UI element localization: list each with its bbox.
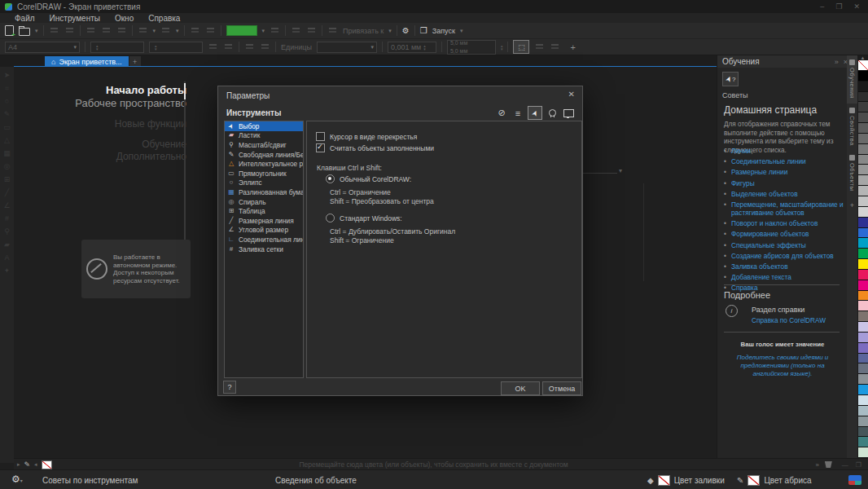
palette-swatch[interactable] [858,395,868,406]
docker-link[interactable]: Формирование объектов [724,230,844,238]
palette-swatch[interactable] [858,249,868,259]
palette-expand-icon[interactable]: » [815,461,818,469]
options-gear-icon[interactable]: ⚙ [402,27,410,35]
palette-swatch[interactable] [858,196,868,207]
tool-tips-label[interactable]: Советы по инструментам [42,476,138,485]
palette-swatch[interactable] [858,123,868,134]
docker-link[interactable]: Поворот и наклон объектов [724,219,844,227]
whats-this-button[interactable]: ➤? [722,72,739,86]
outline-color-indicator[interactable]: ✎ Цвет абриса [737,475,812,486]
palette-swatch[interactable] [858,112,868,123]
treat-filled-checkbox[interactable] [316,143,325,152]
treat-as-filled-toggle[interactable]: ⬚ [513,40,529,54]
docker-link[interactable]: Размерные линии [724,168,844,176]
open-dropdown-icon[interactable]: ▾ [35,28,38,34]
welcome-nav-item[interactable]: Начало работы [106,84,186,96]
close-icon[interactable]: ✕ [853,2,860,11]
display-page-icon[interactable] [562,107,575,119]
crosshair-checkbox-row[interactable]: Курсор в виде перекрестья [316,132,417,141]
cancel-button[interactable]: Отмена [542,381,581,395]
docker-link[interactable]: Соединительные линии [724,157,844,165]
palette-swatch[interactable] [858,270,868,280]
welcome-collapse-icon[interactable]: ▾ [619,167,622,174]
palette-swatch[interactable] [858,134,868,144]
docker-collapse-icon[interactable]: » [835,58,839,66]
docker-link[interactable]: Создание абрисов для объектов [724,252,844,260]
palette-swatch[interactable] [858,165,868,175]
docker-link[interactable]: Добавление текста [724,273,844,281]
palette-swatch[interactable] [858,186,868,196]
dialog-tool-item[interactable]: ▰Ластик [225,131,303,141]
palette-swatch[interactable] [858,447,868,458]
dialog-tool-item[interactable]: ⊞Таблица [225,206,303,216]
palette-swatch[interactable] [858,228,868,239]
maximize-icon[interactable]: ❐ [835,2,842,11]
palette-swatch[interactable] [858,311,868,322]
launch-label[interactable]: Запуск [432,27,455,35]
palette-swatch[interactable] [858,71,868,82]
crosshair-checkbox[interactable] [316,132,325,141]
status-gear-icon[interactable]: ⚙▾ [11,474,23,485]
object-info-label[interactable]: Сведения об объекте [275,476,357,485]
palette-swatch[interactable] [858,102,868,112]
launcher-window-icon[interactable]: ❐ [420,27,427,35]
palette-swatch[interactable] [858,343,868,354]
dialog-tool-item[interactable]: ∠Угловой размер [225,226,303,236]
dialog-tool-item[interactable]: ○Эллипс [225,178,303,188]
docker-link[interactable]: Заливка объектов [724,262,844,271]
feedback-link[interactable]: Поделитесь своими идеями и предложениями… [726,354,840,378]
palette-swatch[interactable] [858,363,868,374]
palette-swatch[interactable] [858,291,868,302]
windows-radio-row[interactable]: Стандарт Windows: [326,214,402,222]
palette-swatch[interactable] [858,354,868,364]
ok-button[interactable]: OK [501,381,540,395]
menu-help[interactable]: Справка [148,14,180,23]
palette-swatch[interactable] [858,333,868,343]
palette-swatch[interactable] [858,301,868,311]
palette-prev-icon[interactable]: ▸ [17,461,20,468]
minimize-icon[interactable]: – [820,2,824,11]
docker-tab-обучения[interactable]: Обучения [847,55,857,104]
welcome-nav-item[interactable]: Рабочее пространство [75,97,186,109]
palette-swatch[interactable] [858,60,868,71]
docker-link[interactable]: Фигуры [724,179,844,187]
palette-swatch[interactable] [858,144,868,155]
palette-swatch[interactable] [858,385,868,395]
coreldraw-radio[interactable] [326,174,335,183]
docker-link[interactable]: Выделение объектов [724,190,844,198]
docker-link[interactable]: Линии [724,147,844,155]
palette-basket-icon[interactable] [825,461,832,468]
palette-swatch[interactable] [858,175,868,186]
docker-tab-свойства[interactable]: Свойства [847,104,857,151]
eyedropper-icon[interactable]: ✎ [24,460,31,469]
palette-swatch[interactable] [858,92,868,103]
dialog-tool-item[interactable]: ∟Соединительная линия [225,235,303,244]
fill-color-indicator[interactable]: ◆ Цвет заливки [647,475,725,486]
docker-add-tab-button[interactable]: + [850,201,854,209]
palette-swatch[interactable] [858,427,868,438]
palette-swatch[interactable] [858,259,868,270]
no-color-swatch[interactable] [42,460,52,469]
windows-radio[interactable] [326,214,335,222]
docker-link[interactable]: Перемещение, масштабирование и растягива… [724,200,844,217]
coreldraw-help-link[interactable]: Справка по CorelDRAW [752,316,826,324]
dialog-close-icon[interactable]: ✕ [568,90,575,99]
coreldraw-radio-row[interactable]: Обычный CorelDRAW: [326,174,411,183]
dialog-tool-item[interactable]: ▦Разлинованная бумага [225,187,303,197]
dialog-help-button[interactable]: ? [223,381,236,394]
palette-swatch[interactable] [858,280,868,291]
palette-swatch[interactable] [858,322,868,333]
menu-window[interactable]: Окно [115,14,134,23]
dialog-tool-item[interactable]: ◎Спираль [225,197,303,207]
dialog-tool-item[interactable]: △Интеллектуальное рис... [225,159,303,169]
tips-bulb-icon[interactable] [546,107,559,119]
palette-next-icon[interactable]: ◂ [34,461,37,468]
palette-swatch[interactable] [858,406,868,416]
pick-tool-page-icon[interactable]: ➤ [528,106,542,120]
treat-filled-checkbox-row[interactable]: Считать объекты заполненными [316,143,434,152]
palette-swatch[interactable] [858,155,868,165]
palette-swatch[interactable] [858,238,868,249]
palette-swatch[interactable] [858,374,868,385]
dialog-tool-item[interactable]: ⚲Масштаб/сдвиг [225,140,303,150]
dialog-tool-item[interactable]: ✎Свободная линия/Безье [225,150,303,160]
